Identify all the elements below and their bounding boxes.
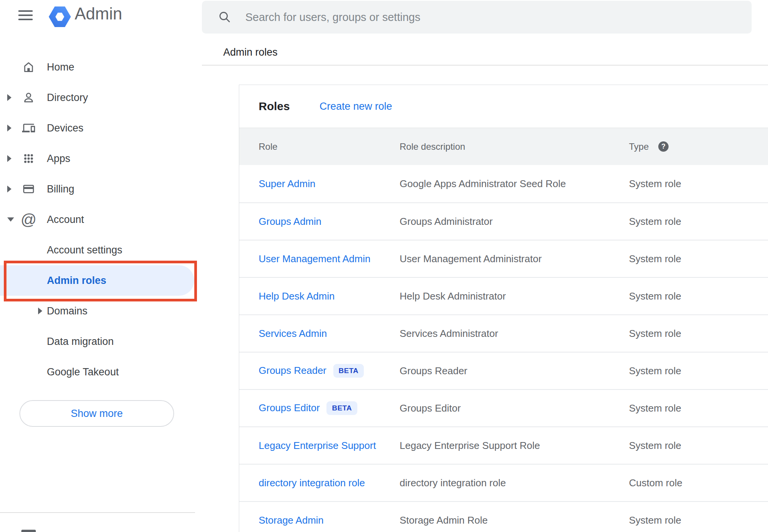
person-icon [22, 91, 35, 104]
role-type: System role [629, 440, 768, 452]
role-description: Groups Editor [400, 402, 629, 414]
chevron-right-icon[interactable] [38, 308, 42, 314]
table-row: directory integration roledirectory inte… [239, 464, 768, 501]
partial-bottom-icon [21, 530, 36, 532]
role-link[interactable]: Groups Editor [259, 402, 320, 413]
sidebar-item-label: Home [47, 61, 74, 73]
role-type: System role [629, 253, 768, 265]
role-link[interactable]: Help Desk Admin [259, 290, 334, 302]
apps-icon [22, 152, 35, 165]
card-icon [22, 182, 35, 196]
role-link[interactable]: Super Admin [259, 178, 315, 189]
google-admin-logo-icon [49, 6, 71, 27]
sidebar-item-label: Devices [47, 122, 83, 134]
roles-title: Roles [259, 100, 290, 113]
role-link[interactable]: Legacy Enterprise Support [259, 440, 376, 451]
table-row: Super AdminGoogle Apps Administrator See… [239, 165, 768, 202]
role-cell: Legacy Enterprise Support [259, 440, 400, 452]
create-new-role-link[interactable]: Create new role [320, 101, 392, 112]
table-row: Services AdminServices AdministratorSyst… [239, 314, 768, 352]
chevron-down-icon[interactable] [7, 218, 14, 222]
hamburger-menu-icon[interactable] [18, 10, 33, 20]
role-cell: Groups EditorBETA [259, 401, 400, 415]
search-bar[interactable] [202, 1, 752, 34]
roles-card: Roles Create new role Role Role descript… [239, 85, 768, 532]
role-description: User Management Administrator [400, 253, 629, 265]
table-row: Groups EditorBETAGroups EditorSystem rol… [239, 389, 768, 426]
column-header-type: Type ? [629, 141, 768, 152]
table-row: Groups AdminGroups AdministratorSystem r… [239, 202, 768, 240]
search-icon [218, 10, 232, 24]
role-description: Legacy Enterprise Support Role [400, 440, 629, 452]
role-cell: Services Admin [259, 328, 400, 340]
search-input[interactable] [245, 11, 740, 24]
admin-console-page: Admin Admin roles HomeDirectoryDevicesAp… [0, 0, 768, 532]
sidebar-item-label: Data migration [47, 336, 114, 348]
column-header-role-description: Role description [400, 141, 629, 152]
role-description: Services Administrator [400, 328, 629, 340]
sidebar-item-account[interactable]: @Account [0, 204, 202, 235]
role-link[interactable]: User Management Admin [259, 253, 370, 264]
role-cell: User Management Admin [259, 253, 400, 265]
role-type: Custom role [629, 477, 768, 489]
table-row: Storage AdminStorage Admin RoleSystem ro… [239, 501, 768, 532]
help-icon[interactable]: ? [658, 141, 669, 152]
role-cell: directory integration role [259, 477, 400, 489]
sidebar-item-label: Directory [47, 92, 88, 104]
sidebar-divider [0, 512, 195, 513]
role-type: System role [629, 514, 768, 526]
beta-badge: BETA [333, 364, 364, 378]
chevron-right-icon[interactable] [7, 94, 11, 101]
app-title: Admin [75, 3, 122, 24]
sidebar-item-admin-roles[interactable]: Admin roles [0, 265, 194, 296]
role-type: System role [629, 290, 768, 302]
role-link[interactable]: Groups Admin [259, 216, 322, 227]
sidebar-item-account-settings[interactable]: Account settings [0, 235, 202, 265]
header-divider [202, 65, 768, 66]
sidebar-item-home[interactable]: Home [0, 52, 202, 82]
role-description: Groups Administrator [400, 216, 629, 228]
role-description: Groups Reader [400, 365, 629, 377]
role-cell: Groups ReaderBETA [259, 364, 400, 378]
sidebar-item-google-takeout[interactable]: Google Takeout [0, 357, 202, 387]
roles-table-header: Role Role description Type ? [239, 128, 768, 165]
sidebar-item-label: Domains [47, 305, 88, 317]
sidebar-item-billing[interactable]: Billing [0, 174, 202, 204]
column-header-role: Role [259, 141, 400, 152]
role-cell: Storage Admin [259, 514, 400, 526]
role-description: directory integration role [400, 477, 629, 489]
chevron-right-icon[interactable] [7, 125, 11, 131]
table-row: Legacy Enterprise SupportLegacy Enterpri… [239, 426, 768, 464]
sidebar-item-label: Admin roles [47, 275, 106, 287]
sidebar-item-label: Account settings [47, 244, 122, 256]
sidebar-item-label: Google Takeout [47, 366, 119, 378]
home-icon [22, 60, 35, 74]
table-row: User Management AdminUser Management Adm… [239, 240, 768, 277]
sidebar-item-label: Apps [47, 153, 70, 165]
at-icon: @ [22, 213, 35, 226]
role-type: System role [629, 328, 768, 340]
role-type: System role [629, 178, 768, 190]
devices-icon [22, 121, 35, 135]
sidebar-item-directory[interactable]: Directory [0, 82, 202, 113]
sidebar-item-domains[interactable]: Domains [0, 296, 202, 326]
role-type: System role [629, 402, 768, 414]
role-type: System role [629, 216, 768, 228]
role-description: Storage Admin Role [400, 514, 629, 526]
role-cell: Groups Admin [259, 216, 400, 228]
chevron-right-icon[interactable] [7, 186, 11, 192]
role-link[interactable]: directory integration role [259, 477, 365, 489]
role-link[interactable]: Storage Admin [259, 514, 324, 526]
role-link[interactable]: Services Admin [259, 328, 327, 339]
sidebar-item-apps[interactable]: Apps [0, 143, 202, 174]
sidebar-nav: HomeDirectoryDevicesAppsBilling@AccountA… [0, 52, 202, 387]
show-more-button[interactable]: Show more [19, 400, 174, 427]
role-cell: Super Admin [259, 178, 400, 190]
sidebar-item-data-migration[interactable]: Data migration [0, 326, 202, 357]
role-link[interactable]: Groups Reader [259, 365, 326, 376]
sidebar-item-devices[interactable]: Devices [0, 113, 202, 143]
chevron-right-icon[interactable] [7, 155, 11, 162]
table-row: Groups ReaderBETAGroups ReaderSystem rol… [239, 352, 768, 389]
role-cell: Help Desk Admin [259, 290, 400, 302]
beta-badge: BETA [326, 401, 357, 415]
